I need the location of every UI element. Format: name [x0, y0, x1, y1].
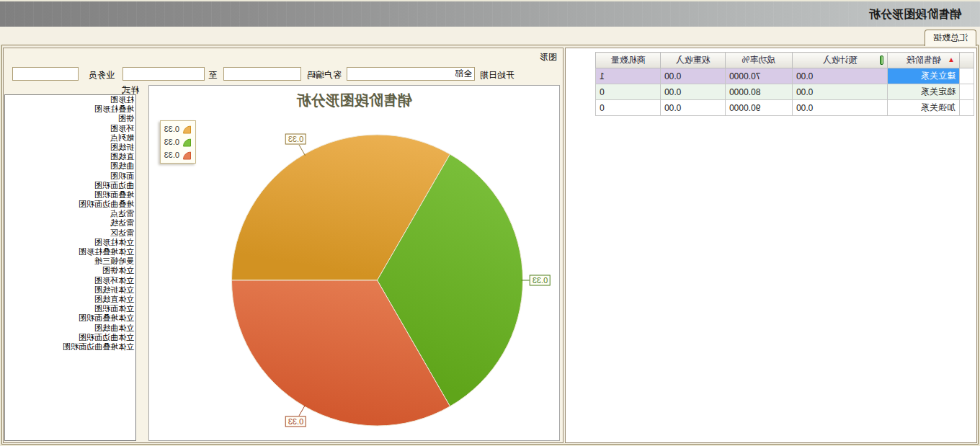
- table-row: 建立关系0.0070.00000.001: [596, 68, 974, 84]
- range-to-label: 至: [208, 69, 217, 81]
- style-list-item[interactable]: 雷达线: [5, 218, 135, 228]
- customer-code-to-input[interactable]: [122, 67, 205, 81]
- style-list-item[interactable]: 雷达点: [5, 209, 135, 218]
- style-list-item[interactable]: 立体柱形图: [5, 238, 135, 247]
- column-header[interactable]: 商机数量: [596, 53, 661, 68]
- salesman-input[interactable]: [12, 67, 79, 81]
- style-list-item[interactable]: 堆叠柱形图: [5, 104, 135, 114]
- style-list-item[interactable]: 立体堆叠柱形图: [5, 247, 135, 257]
- grid-cell[interactable]: 70.0000: [726, 68, 793, 84]
- style-list-item[interactable]: 立体环形图: [5, 276, 135, 285]
- style-list-item[interactable]: 立体折线图: [5, 285, 135, 295]
- style-list-item[interactable]: 立体面积图: [5, 304, 135, 313]
- tab-strip: [0, 27, 980, 45]
- table-row: 稳定关系0.0080.00000.000: [596, 84, 974, 100]
- style-list-item[interactable]: 饼图: [5, 114, 135, 123]
- grid-cell[interactable]: 0.00: [661, 68, 726, 84]
- window-title: 销售阶段图形分析: [869, 1, 961, 27]
- style-list-item[interactable]: 立体饼图: [5, 266, 135, 275]
- style-list-item[interactable]: 立体曲线图: [5, 324, 135, 333]
- style-list-item[interactable]: 立体直线图: [5, 295, 135, 304]
- legend-value: 0.33: [164, 151, 179, 159]
- tab-summary-data[interactable]: 汇总数据: [925, 30, 976, 46]
- chart-title: 销售阶段图形分析: [149, 91, 559, 110]
- sort-ascending-icon: ▲: [948, 56, 955, 63]
- pie-label-connector: [299, 405, 306, 416]
- salesman-label: 业务员: [89, 69, 115, 81]
- row-indicator-cell[interactable]: [960, 100, 974, 116]
- grid-cell[interactable]: 90.0000: [726, 100, 793, 116]
- legend-value: 0.33: [164, 138, 179, 146]
- title-bar: 销售阶段图形分析: [0, 1, 980, 27]
- chart-legend: 0.330.330.33: [160, 120, 196, 164]
- customer-code-from-input[interactable]: [223, 67, 301, 81]
- grid-cell[interactable]: 80.0000: [726, 84, 793, 100]
- chart-group-label: 图形: [540, 51, 557, 63]
- row-indicator-cell[interactable]: [960, 68, 974, 84]
- customer-code-label: 客户编码: [307, 69, 342, 81]
- grid-cell[interactable]: 0.00: [661, 84, 726, 100]
- style-list-item[interactable]: 面积图: [5, 171, 135, 181]
- table-header: ▲销售阶段预计收入成功率%权重收入商机数量: [596, 53, 974, 68]
- legend-swatch-icon: [182, 138, 192, 147]
- style-list-item[interactable]: 曼哈顿三维: [5, 257, 135, 266]
- style-list-item[interactable]: 立体堆叠曲边面积图: [5, 342, 135, 352]
- grid-cell[interactable]: 0: [596, 100, 661, 116]
- chart-group-box: 图形 开始日期 客户编码 至 业务员 销售阶段图形分析 0.330.330.33…: [3, 48, 564, 443]
- sales-stage-table: ▲销售阶段预计收入成功率%权重收入商机数量 建立关系0.0070.00000.0…: [595, 52, 974, 116]
- grid-cell[interactable]: 0.00: [793, 100, 888, 116]
- grid-cell[interactable]: 0.00: [793, 68, 888, 84]
- style-list-item[interactable]: 曲边面积图: [5, 181, 135, 190]
- row-indicator-header: [960, 53, 974, 68]
- style-list-item[interactable]: 雷达区: [5, 228, 135, 238]
- style-list-item[interactable]: 散列点: [5, 133, 135, 143]
- column-header[interactable]: ▲销售阶段: [888, 53, 960, 68]
- style-list-item[interactable]: 环形图: [5, 124, 135, 133]
- legend-swatch-icon: [182, 151, 192, 160]
- legend-entry: 0.33: [164, 149, 192, 161]
- grid-cell[interactable]: 0.00: [661, 100, 726, 116]
- grid-cell[interactable]: 加强关系: [888, 100, 960, 116]
- pie-slice-value-label: 0.33: [530, 275, 551, 286]
- style-list-item[interactable]: 立体堆叠面积图: [5, 313, 135, 323]
- grid-cell[interactable]: 建立关系: [888, 68, 960, 84]
- column-header[interactable]: 成功率%: [726, 53, 793, 68]
- legend-swatch-icon: [182, 125, 192, 134]
- style-list-item[interactable]: 曲线图: [5, 161, 135, 171]
- style-list-item[interactable]: 堆叠曲边面积图: [5, 200, 135, 209]
- start-date-combo[interactable]: [347, 67, 475, 81]
- legend-value: 0.33: [164, 125, 179, 133]
- green-bar-icon: [880, 55, 883, 65]
- pie-slice-value-label: 0.33: [285, 134, 306, 145]
- chart-canvas: 销售阶段图形分析 0.330.330.33 0.330.330.33: [148, 85, 560, 441]
- style-list-item[interactable]: 柱形图: [5, 95, 135, 104]
- summary-grid-panel: ▲销售阶段预计收入成功率%权重收入商机数量 建立关系0.0070.00000.0…: [565, 48, 977, 443]
- style-list-item[interactable]: 直线图: [5, 152, 135, 161]
- pie-slice-value-label: 0.33: [285, 416, 306, 427]
- legend-entry: 0.33: [164, 123, 192, 135]
- pie-chart: [148, 86, 559, 442]
- style-list-item[interactable]: 堆叠面积图: [5, 190, 135, 200]
- app-window: 销售阶段图形分析 汇总数据 ▲销售阶段预计收入成功率%权重收入商机数量 建立关系…: [0, 0, 980, 446]
- grid-cell[interactable]: 0: [596, 84, 661, 100]
- column-header[interactable]: 预计收入: [793, 53, 888, 68]
- column-header[interactable]: 权重收入: [661, 53, 726, 68]
- grid-cell[interactable]: 1: [596, 68, 661, 84]
- style-list-item[interactable]: 折线图: [5, 143, 135, 152]
- table-row: 加强关系0.0090.00000.000: [596, 100, 974, 116]
- grid-cell[interactable]: 稳定关系: [888, 84, 960, 100]
- legend-entry: 0.33: [164, 136, 192, 148]
- grid-cell[interactable]: 0.00: [793, 84, 888, 100]
- start-date-label: 开始日期: [480, 69, 514, 81]
- row-indicator-cell[interactable]: [960, 84, 974, 100]
- style-list-item[interactable]: 立体曲边面积图: [5, 333, 135, 342]
- chart-style-listbox: 柱形图堆叠柱形图饼图环形图散列点折线图直线图曲线图面积图曲边面积图堆叠面积图堆叠…: [4, 94, 136, 441]
- pie-label-connector: [299, 145, 306, 156]
